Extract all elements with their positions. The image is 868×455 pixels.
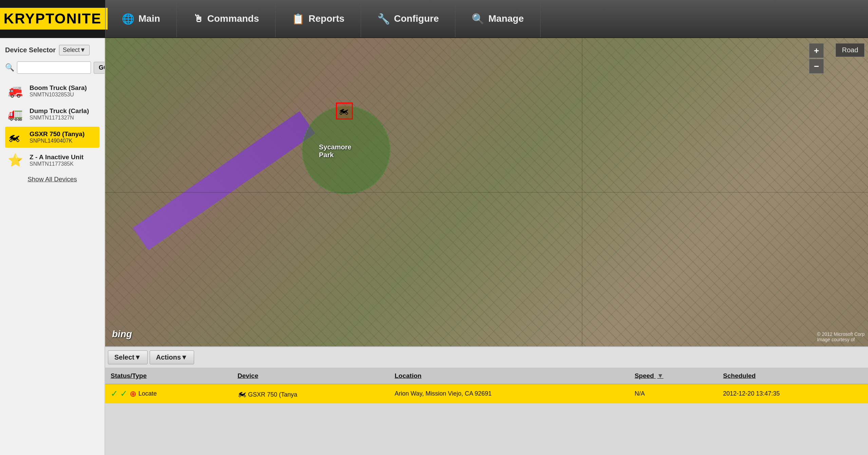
boom-name: Boom Truck (Sara) <box>30 84 87 92</box>
device-thumb-icon: 🏍 <box>238 388 246 399</box>
bottom-toolbar: Select▼ Actions▼ <box>105 347 868 368</box>
boom-truck-icon: 🚒 <box>8 84 25 98</box>
search-icon: 🔍 <box>5 63 14 72</box>
zoom-out-button[interactable]: − <box>809 59 824 74</box>
dump-name: Dump Truck (Carla) <box>30 107 89 115</box>
cursor-icon: 🖱 <box>193 13 203 24</box>
device-item-inactive[interactable]: ⭐ Z - A Inactive Unit SNMTN1177385K <box>5 150 99 171</box>
gsxr-name: GSXR 750 (Tanya) <box>30 130 84 138</box>
inactive-serial: SNMTN1177385K <box>30 161 83 167</box>
col-scheduled: Scheduled <box>718 368 868 384</box>
search-row: 🔍 GO <box>5 61 99 74</box>
sidebar: Device Selector Select▼ 🔍 GO 🚒 Boom Truc… <box>0 38 105 455</box>
actions-label: Actions▼ <box>156 353 188 361</box>
inactive-info: Z - A Inactive Unit SNMTN1177385K <box>30 153 83 167</box>
gsxr-info: GSXR 750 (Tanya) SNPNL1490407K <box>30 130 84 144</box>
map-container: SycamorePark 🏍 bing © 2012 Microsoft Cor… <box>105 38 868 455</box>
logo: KRYPTONITE <box>0 8 108 30</box>
select-label: Select▼ <box>114 353 141 361</box>
actions-button[interactable]: Actions▼ <box>150 350 194 364</box>
dump-info: Dump Truck (Carla) SNMTN1171327N <box>30 107 89 121</box>
nav-main[interactable]: 🌐 Main <box>105 0 177 37</box>
inactive-name: Z - A Inactive Unit <box>30 153 83 161</box>
bottom-panel: Select▼ Actions▼ Status/Type Device <box>105 346 868 455</box>
nav-commands[interactable]: 🖱 Commands <box>177 0 276 37</box>
crosshair-icon: ⊕ <box>130 389 136 399</box>
map-copyright: © 2012 Microsoft CorpImage courtesy of <box>817 331 865 342</box>
map[interactable]: SycamorePark 🏍 bing © 2012 Microsoft Cor… <box>105 38 868 346</box>
nav-main-label: Main <box>138 13 160 24</box>
dump-truck-icon: 🚛 <box>8 107 25 121</box>
device-selector-row: Device Selector Select▼ <box>5 45 99 55</box>
highway-road <box>133 111 315 250</box>
logo-area: KRYPTONITE <box>0 0 105 38</box>
status-icons: ✓ ✓ ⊕ Locate <box>111 388 227 399</box>
zoom-controls: + − <box>809 43 824 74</box>
zoom-in-button[interactable]: + <box>809 43 824 58</box>
table-row[interactable]: ✓ ✓ ⊕ Locate 🏍 GSXR 750 (Tanya Arion Way… <box>105 384 868 403</box>
green-check-icon: ✓ <box>120 388 128 399</box>
select-button[interactable]: Select▼ <box>108 350 148 364</box>
search-input[interactable] <box>17 61 91 74</box>
wrench-icon: 🔧 <box>377 13 390 25</box>
vehicle-marker: 🏍 <box>336 103 356 123</box>
nav-manage[interactable]: 🔍 Manage <box>455 0 540 37</box>
crosshair-horizontal <box>105 192 868 193</box>
cell-scheduled: 2012-12-20 13:47:35 <box>718 384 868 403</box>
check-icon: ✓ <box>111 388 118 399</box>
device-selector-button[interactable]: Select▼ <box>59 45 90 55</box>
header: KRYPTONITE 🌐 Main 🖱 Commands 📋 Reports 🔧… <box>0 0 868 38</box>
col-speed: Speed ▼ <box>629 368 718 384</box>
col-location: Location <box>389 368 629 384</box>
main-layout: Device Selector Select▼ 🔍 GO 🚒 Boom Truc… <box>0 38 868 455</box>
sort-arrow-speed: ▼ <box>657 372 664 379</box>
device-item-gsxr[interactable]: 🏍 GSXR 750 (Tanya) SNPNL1490407K <box>5 127 99 148</box>
col-device: Device <box>232 368 389 384</box>
device-name-cell: GSXR 750 (Tanya <box>248 391 297 398</box>
nav: 🌐 Main 🖱 Commands 📋 Reports 🔧 Configure … <box>105 0 868 37</box>
gsxr-serial: SNPNL1490407K <box>30 138 84 144</box>
device-item-dump[interactable]: 🚛 Dump Truck (Carla) SNMTN1171327N <box>5 104 99 125</box>
nav-reports-label: Reports <box>308 13 344 24</box>
dump-serial: SNMTN1171327N <box>30 115 89 121</box>
nav-configure-label: Configure <box>394 13 439 24</box>
magnify-icon: 🔍 <box>472 13 484 25</box>
report-icon: 📋 <box>292 13 304 25</box>
go-button[interactable]: GO <box>94 62 105 74</box>
device-item-boom[interactable]: 🚒 Boom Truck (Sara) SNMTN1032853U <box>5 80 99 102</box>
nav-reports[interactable]: 📋 Reports <box>276 0 361 37</box>
boom-info: Boom Truck (Sara) SNMTN1032853U <box>30 84 87 98</box>
globe-icon: 🌐 <box>122 13 134 25</box>
map-background: SycamorePark 🏍 bing © 2012 Microsoft Cor… <box>105 38 868 346</box>
table-header-row: Status/Type Device Location Speed ▼ <box>105 368 868 384</box>
motorcycle-icon: 🏍 <box>8 130 25 144</box>
road-view-button[interactable]: Road <box>835 43 865 57</box>
boom-serial: SNMTN1032853U <box>30 92 87 98</box>
nav-manage-label: Manage <box>488 13 524 24</box>
nav-commands-label: Commands <box>207 13 259 24</box>
show-all-devices[interactable]: Show All Devices <box>5 176 99 183</box>
bing-logo: bing <box>112 329 132 340</box>
cell-device: 🏍 GSXR 750 (Tanya <box>232 384 389 403</box>
cell-speed: N/A <box>629 384 718 403</box>
nav-configure[interactable]: 🔧 Configure <box>361 0 455 37</box>
device-selector-label: Device Selector <box>5 46 56 54</box>
col-status: Status/Type <box>105 368 232 384</box>
star-icon: ⭐ <box>8 153 25 167</box>
status-type-label: Locate <box>138 390 157 397</box>
vehicle-marker-box: 🏍 <box>336 103 353 120</box>
cell-status: ✓ ✓ ⊕ Locate <box>105 384 232 403</box>
crosshair-vertical <box>582 38 582 346</box>
data-table: Status/Type Device Location Speed ▼ <box>105 368 868 403</box>
cell-location: Arion Way, Mission Viejo, CA 92691 <box>389 384 629 403</box>
